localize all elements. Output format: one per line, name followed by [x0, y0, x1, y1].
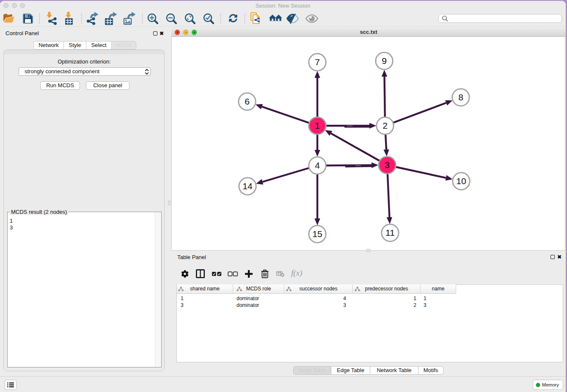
- svg-text:3: 3: [385, 160, 390, 170]
- svg-text:1: 1: [315, 121, 320, 130]
- svg-text:11: 11: [385, 228, 395, 237]
- svg-text:f(x): f(x): [291, 269, 302, 278]
- svg-text:10: 10: [456, 176, 466, 186]
- svg-text:15: 15: [312, 229, 322, 239]
- svg-text:8: 8: [458, 92, 463, 102]
- svg-text:9: 9: [382, 56, 387, 66]
- svg-text:4: 4: [315, 160, 320, 170]
- svg-text:6: 6: [245, 97, 250, 106]
- svg-text:7: 7: [315, 57, 320, 67]
- svg-text:2: 2: [383, 121, 388, 130]
- svg-text:14: 14: [242, 181, 253, 191]
